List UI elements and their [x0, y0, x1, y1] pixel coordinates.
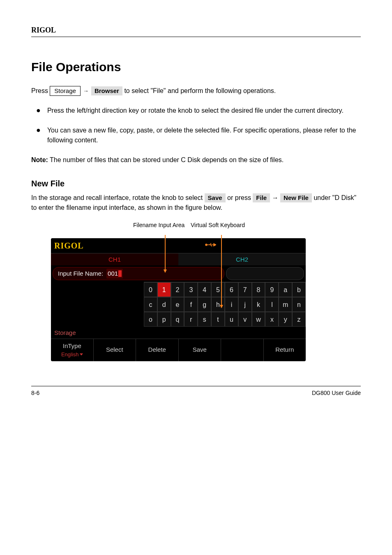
browser-softkey: Browser [91, 86, 122, 95]
key-w[interactable]: w [252, 312, 265, 327]
sub-title: New File [31, 177, 361, 190]
key-5[interactable]: 5 [211, 282, 225, 297]
key-m[interactable]: m [279, 297, 292, 312]
virtual-keyboard-area: 0123456789abcdefghijklmnopqrstuvwxyz [51, 282, 306, 327]
key-x[interactable]: x [265, 312, 279, 327]
virtual-keyboard[interactable]: 0123456789abcdefghijklmnopqrstuvwxyz [144, 282, 306, 327]
keyboard-spacer [51, 282, 144, 327]
intro-prefix: Press [31, 87, 50, 94]
svg-point-0 [205, 244, 207, 246]
menu-item-return[interactable]: Return [264, 339, 306, 361]
note-body: The number of files that can be stored u… [48, 156, 284, 163]
channel-tabs: CH1 CH2 [51, 253, 306, 265]
key-z[interactable]: z [292, 312, 306, 327]
usb-icon [205, 241, 216, 251]
filename-aux-box [226, 267, 304, 280]
callout-b: Virtual Soft Keyboard [191, 221, 245, 230]
device-screenshot: RIGOL CH1 CH2 Input File Name: 001 01234… [51, 238, 306, 361]
key-y[interactable]: y [279, 312, 292, 327]
bullet-dot: ● [36, 106, 41, 116]
key-0[interactable]: 0 [144, 282, 157, 297]
key-i[interactable]: i [225, 297, 238, 312]
key-a[interactable]: a [279, 282, 292, 297]
intro-paragraph: Press Storage → Browser to select "File"… [31, 86, 361, 96]
chevron-down-icon [80, 353, 83, 355]
filename-row: Input File Name: 001 [51, 265, 306, 282]
file-softkey: File [253, 193, 270, 202]
bullet-list: ● Press the left/right direction key or … [36, 106, 361, 145]
screenshot-topbar: RIGOL [51, 238, 306, 253]
menu-sublabel: English [61, 351, 83, 359]
save-text-3: → [272, 194, 280, 201]
key-6[interactable]: 6 [225, 282, 238, 297]
key-p[interactable]: p [157, 312, 171, 327]
key-7[interactable]: 7 [238, 282, 252, 297]
svg-marker-4 [214, 244, 216, 246]
menu-item-intype[interactable]: InTypeEnglish [51, 339, 94, 361]
soft-menu: InTypeEnglishSelectDeleteSaveReturn [51, 339, 306, 361]
key-l[interactable]: l [265, 297, 279, 312]
key-v[interactable]: v [238, 312, 252, 327]
callout-a: Filename Input Area [133, 221, 184, 230]
key-2[interactable]: 2 [171, 282, 184, 297]
save-paragraph: In the storage and recall interface, rot… [31, 193, 361, 213]
bullet-text-0: Press the left/right direction key or ro… [47, 106, 344, 116]
storage-hardkey: Storage [50, 86, 81, 96]
page-footer: 8-6 DG800 User Guide [31, 386, 361, 397]
menu-label: Save [193, 345, 207, 355]
key-e[interactable]: e [171, 297, 184, 312]
list-item: ● You can save a new file, copy, paste, … [36, 125, 361, 145]
breadcrumb: Storage → Browser [50, 86, 122, 96]
newfile-softkey: New File [280, 193, 312, 202]
menu-label: Delete [148, 345, 166, 355]
key-8[interactable]: 8 [252, 282, 265, 297]
menu-label: Select [106, 345, 123, 355]
key-1[interactable]: 1 [157, 282, 171, 297]
arrow-sep: → [83, 87, 89, 95]
key-g[interactable]: g [198, 297, 211, 312]
key-f[interactable]: f [184, 297, 198, 312]
status-bar: Storage [51, 327, 306, 339]
key-u[interactable]: u [225, 312, 238, 327]
filename-value: 001 [106, 269, 123, 279]
bullet-text-1: You can save a new file, copy, paste, or… [47, 125, 361, 145]
footer-left: 8-6 [31, 389, 39, 397]
key-t[interactable]: t [211, 312, 225, 327]
key-c[interactable]: c [144, 297, 157, 312]
key-j[interactable]: j [238, 297, 252, 312]
bullet-dot: ● [36, 125, 41, 145]
note-label: Note: [31, 156, 48, 163]
key-3[interactable]: 3 [184, 282, 198, 297]
save-text-2: or press [227, 194, 253, 201]
tab-ch1[interactable]: CH1 [51, 253, 178, 265]
tab-ch2[interactable]: CH2 [178, 253, 306, 265]
screenshot-wrapper: ▼ ▼ RIGOL CH1 CH2 Input File Name: 001 [51, 238, 306, 361]
key-q[interactable]: q [171, 312, 184, 327]
page-title: File Operations [31, 58, 361, 76]
menu-item-delete[interactable]: Delete [136, 339, 179, 361]
key-b[interactable]: b [292, 282, 306, 297]
menu-item-blank-4 [221, 339, 264, 361]
device-logo: RIGOL [54, 239, 84, 252]
key-k[interactable]: k [252, 297, 265, 312]
key-r[interactable]: r [184, 312, 198, 327]
key-n[interactable]: n [292, 297, 306, 312]
key-o[interactable]: o [144, 312, 157, 327]
footer-right: DG800 User Guide [312, 389, 361, 397]
menu-label: Return [275, 345, 294, 355]
intro-suffix: to select "File" and perform the followi… [124, 87, 276, 94]
filename-input-area[interactable]: Input File Name: 001 [53, 267, 224, 280]
key-9[interactable]: 9 [265, 282, 279, 297]
menu-label: InType [63, 341, 81, 351]
save-softkey: Save [205, 193, 226, 202]
filename-label: Input File Name: [58, 269, 103, 279]
key-4[interactable]: 4 [198, 282, 211, 297]
cursor [118, 270, 122, 277]
menu-item-save[interactable]: Save [179, 339, 221, 361]
menu-item-select[interactable]: Select [94, 339, 136, 361]
brand-header: RIGOL [31, 25, 361, 37]
key-s[interactable]: s [198, 312, 211, 327]
list-item: ● Press the left/right direction key or … [36, 106, 361, 116]
save-text-1: In the storage and recall interface, rot… [31, 194, 205, 201]
key-d[interactable]: d [157, 297, 171, 312]
